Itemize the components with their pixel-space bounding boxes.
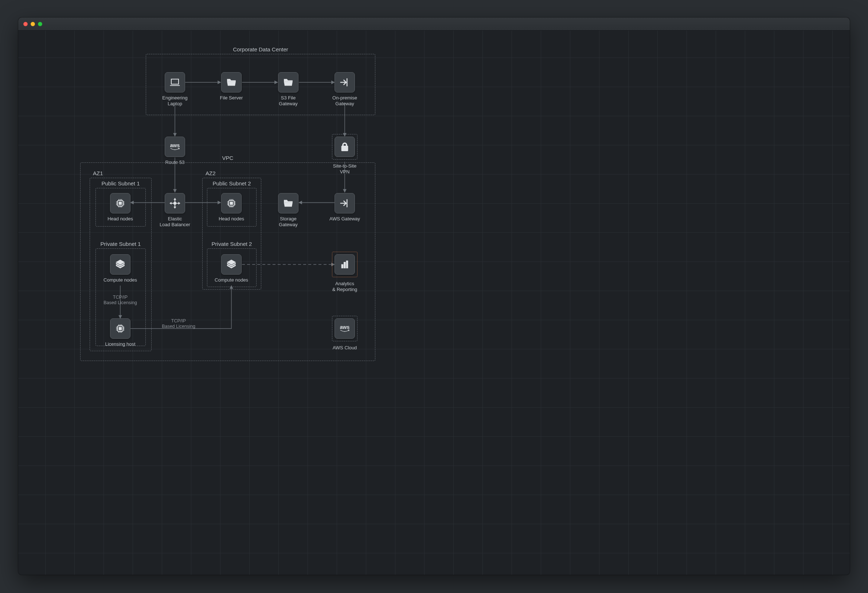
aws-icon: aws: [170, 143, 180, 151]
node-analytics[interactable]: Analytics& Reporting: [335, 254, 355, 274]
folder-icon: [226, 77, 237, 88]
svg-rect-15: [119, 327, 122, 330]
chip-icon: [115, 323, 126, 334]
node-label: Analytics& Reporting: [319, 281, 370, 293]
svg-point-16: [173, 202, 176, 205]
folder-icon: [283, 77, 294, 88]
node-label: AWS Cloud: [319, 345, 370, 351]
node-licensing-host[interactable]: Licensing host: [110, 319, 130, 339]
node-label: Compute nodes: [206, 277, 257, 283]
node-label: ElasticLoad Balancer: [149, 216, 201, 228]
node-label: StorageGateway: [263, 216, 314, 228]
node-label: Licensing host: [95, 341, 146, 347]
bar-chart-icon: [339, 259, 350, 270]
load-balancer-icon: [170, 198, 180, 209]
node-s3-file-gateway[interactable]: S3 FileGateway: [278, 72, 298, 93]
arrow-in-icon: [339, 77, 350, 88]
edge-label-tcp-1: TCP/IPBased Licensing: [102, 295, 139, 305]
node-label: File Server: [206, 95, 257, 101]
node-label: EngineeringLaptop: [149, 95, 201, 107]
svg-rect-21: [346, 261, 348, 268]
node-storage-gateway[interactable]: StorageGateway: [278, 193, 298, 214]
app-window: Corporate Data Center EngineeringLaptop …: [18, 18, 850, 575]
arrow-in-icon: [339, 198, 350, 209]
node-site-to-site-vpn[interactable]: Site-to-SiteVPN: [335, 137, 355, 157]
frame-label: Private Subnet 1: [100, 241, 141, 247]
node-engineering-laptop[interactable]: EngineeringLaptop: [165, 72, 185, 93]
frame-label: VPC: [222, 155, 233, 161]
minimize-icon[interactable]: [31, 22, 35, 26]
lock-icon: [339, 141, 350, 152]
node-head-nodes-2[interactable]: Head nodes: [221, 193, 242, 214]
edge-label-tcp-2: TCP/IPBased Licensing: [160, 319, 197, 329]
frame-label: AZ1: [93, 170, 103, 176]
node-onprem-gateway[interactable]: On-premiseGateway: [335, 72, 355, 93]
aws-icon: aws: [340, 325, 350, 333]
titlebar: [18, 18, 850, 31]
frame-label: Private Subnet 2: [212, 241, 252, 247]
chip-icon: [226, 198, 237, 209]
diagram-canvas[interactable]: Corporate Data Center EngineeringLaptop …: [18, 31, 850, 575]
node-compute-2[interactable]: Compute nodes: [221, 254, 242, 274]
node-aws-cloud[interactable]: aws AWS Cloud: [335, 319, 355, 339]
node-label: S3 FileGateway: [263, 95, 314, 107]
node-label: Head nodes: [206, 216, 257, 222]
node-route53[interactable]: aws Route 53: [165, 137, 185, 157]
frame-label: Corporate Data Center: [233, 46, 288, 52]
node-label: Head nodes: [95, 216, 146, 222]
chip-icon: [115, 198, 126, 209]
svg-rect-20: [344, 262, 345, 268]
layers-icon: [226, 259, 237, 270]
frame-label: Public Subnet 1: [101, 180, 140, 186]
laptop-icon: [170, 77, 180, 88]
node-elastic-load-balancer[interactable]: ElasticLoad Balancer: [165, 193, 185, 214]
node-label: Compute nodes: [95, 277, 146, 283]
folder-icon: [283, 198, 294, 209]
maximize-icon[interactable]: [38, 22, 42, 26]
layers-icon: [115, 259, 126, 270]
node-label: AWS Gateway: [319, 216, 370, 222]
node-head-nodes-1[interactable]: Head nodes: [110, 193, 130, 214]
svg-rect-18: [230, 202, 233, 205]
svg-rect-13: [119, 202, 122, 205]
svg-rect-19: [341, 264, 343, 268]
frame-label: AZ2: [205, 170, 216, 176]
node-file-server[interactable]: File Server: [221, 72, 242, 93]
node-aws-gateway[interactable]: AWS Gateway: [335, 193, 355, 214]
traffic-lights: [23, 22, 42, 26]
node-compute-1[interactable]: Compute nodes: [110, 254, 130, 274]
close-icon[interactable]: [23, 22, 28, 26]
frame-label: Public Subnet 2: [213, 180, 251, 186]
node-label: On-premiseGateway: [319, 95, 370, 107]
